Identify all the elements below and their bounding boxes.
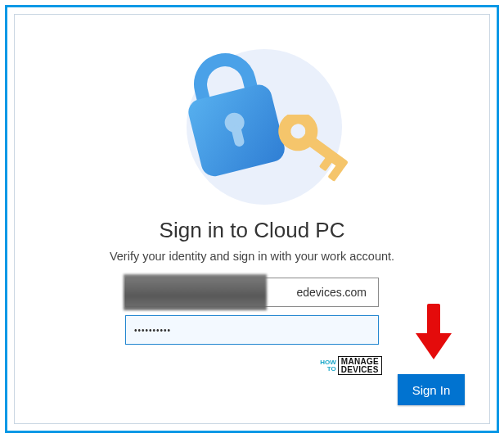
username-field-wrap: /* value set after data parse below */ [125, 278, 379, 307]
username-redaction-overlay [124, 274, 267, 310]
watermark-to: TO [327, 366, 336, 373]
svg-rect-8 [427, 304, 440, 336]
watermark-logo: HOW TO MANAGE DEVICES [320, 356, 382, 375]
page-title: Sign in to Cloud PC [160, 218, 345, 243]
watermark-devices: DEVICES [341, 366, 379, 374]
outer-highlight-frame: Sign in to Cloud PC Verify your identity… [5, 5, 499, 433]
password-field-wrap [125, 315, 379, 345]
signin-dialog: Sign in to Cloud PC Verify your identity… [14, 14, 490, 424]
sign-in-button[interactable]: Sign In [398, 374, 465, 405]
key-icon [267, 115, 357, 196]
hero-illustration [162, 41, 342, 205]
svg-marker-9 [416, 333, 452, 359]
page-subtitle: Verify your identity and sign in with yo… [110, 250, 394, 263]
annotation-arrow-icon [409, 300, 458, 364]
password-input[interactable] [125, 315, 379, 345]
signin-form: /* value set after data parse below */ H… [125, 278, 379, 375]
